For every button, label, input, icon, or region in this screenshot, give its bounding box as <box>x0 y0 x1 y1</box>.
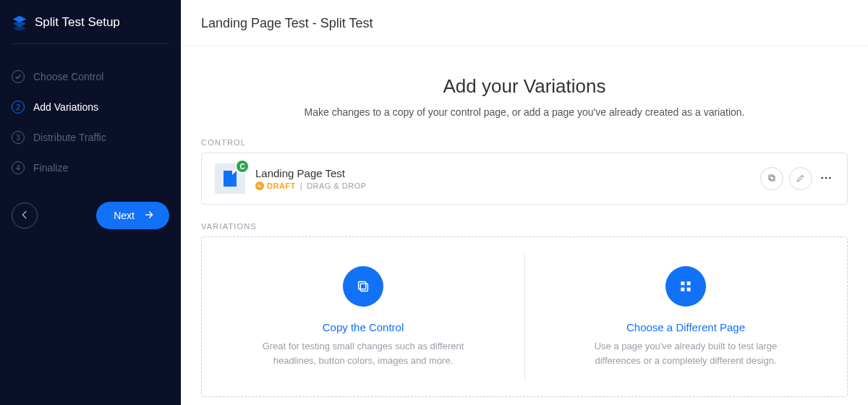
copy-icon <box>767 173 777 185</box>
status-badge: DRAFT <box>255 182 296 190</box>
arrow-right-icon <box>143 209 155 223</box>
control-info: Landing Page Test DRAFT | DRAG & DROP <box>255 167 750 190</box>
sidebar: Split Test Setup Choose Control 2 Add Va… <box>0 0 181 405</box>
control-actions <box>760 167 834 190</box>
svg-rect-6 <box>359 282 366 289</box>
builder-type: DRAG & DROP <box>307 182 367 190</box>
more-button[interactable] <box>818 169 834 189</box>
step-distribute-traffic[interactable]: 3 Distribute Traffic <box>0 122 181 153</box>
svg-rect-8 <box>687 281 691 285</box>
svg-rect-9 <box>681 288 684 291</box>
sidebar-actions: Next <box>0 183 181 229</box>
meta-separator: | <box>300 182 302 190</box>
step-number-icon: 4 <box>12 161 25 174</box>
step-number-icon: 3 <box>12 131 25 144</box>
status-text: DRAFT <box>267 182 296 190</box>
back-button[interactable] <box>12 202 38 229</box>
option-desc: Great for testing small changes such as … <box>262 339 464 367</box>
svg-point-3 <box>825 176 827 179</box>
grid-icon <box>665 266 706 307</box>
control-section-label: CONTROL <box>201 138 848 147</box>
control-card: C Landing Page Test DRAFT | DRAG & DROP <box>201 153 848 205</box>
svg-rect-0 <box>770 176 775 180</box>
variations-section-label: VARIATIONS <box>201 222 848 231</box>
draft-dot-icon <box>255 182 264 190</box>
pencil-icon <box>796 173 806 185</box>
step-finalize[interactable]: 4 Finalize <box>0 153 181 183</box>
svg-rect-7 <box>681 281 684 285</box>
svg-rect-5 <box>360 284 367 291</box>
arrow-left-icon <box>19 209 30 223</box>
more-horizontal-icon <box>820 176 833 187</box>
sidebar-header: Split Test Setup <box>0 0 181 43</box>
option-copy-control[interactable]: Copy the Control Great for testing small… <box>202 266 524 367</box>
control-thumbnail: C <box>215 163 245 194</box>
variations-box: Copy the Control Great for testing small… <box>201 236 848 397</box>
option-choose-different[interactable]: Choose a Different Page Use a page you'v… <box>524 266 847 367</box>
option-title: Copy the Control <box>323 321 404 333</box>
step-add-variations[interactable]: 2 Add Variations <box>0 92 181 122</box>
step-label: Choose Control <box>33 71 103 82</box>
control-meta: DRAFT | DRAG & DROP <box>255 182 750 190</box>
document-icon <box>224 171 237 187</box>
control-name: Landing Page Test <box>255 167 750 179</box>
vertical-divider <box>524 255 525 379</box>
subheading: Make changes to a copy of your control p… <box>201 106 848 118</box>
content-area: Add your Variations Make changes to a co… <box>181 46 868 405</box>
duplicate-button[interactable] <box>760 167 783 190</box>
wizard-steps: Choose Control 2 Add Variations 3 Distri… <box>0 44 181 183</box>
control-badge: C <box>235 159 250 174</box>
option-desc: Use a page you've already built to test … <box>584 339 787 367</box>
step-label: Finalize <box>33 162 68 174</box>
next-button-label: Next <box>114 210 135 221</box>
check-icon <box>12 70 25 83</box>
copy-icon <box>343 266 383 307</box>
svg-point-4 <box>829 176 831 179</box>
step-label: Add Variations <box>33 101 98 113</box>
option-title: Choose a Different Page <box>626 321 745 333</box>
sidebar-title: Split Test Setup <box>35 15 120 30</box>
page-title: Landing Page Test - Split Test <box>181 0 868 46</box>
step-choose-control[interactable]: Choose Control <box>0 61 181 92</box>
step-number-icon: 2 <box>12 101 25 114</box>
svg-rect-10 <box>687 288 691 291</box>
next-button[interactable]: Next <box>96 202 169 229</box>
svg-rect-1 <box>769 174 773 179</box>
main-content: Landing Page Test - Split Test Add your … <box>181 0 868 405</box>
step-label: Distribute Traffic <box>33 132 106 143</box>
logo-icon <box>12 14 27 30</box>
edit-button[interactable] <box>789 167 812 190</box>
heading: Add your Variations <box>201 75 848 98</box>
svg-point-2 <box>821 176 823 179</box>
